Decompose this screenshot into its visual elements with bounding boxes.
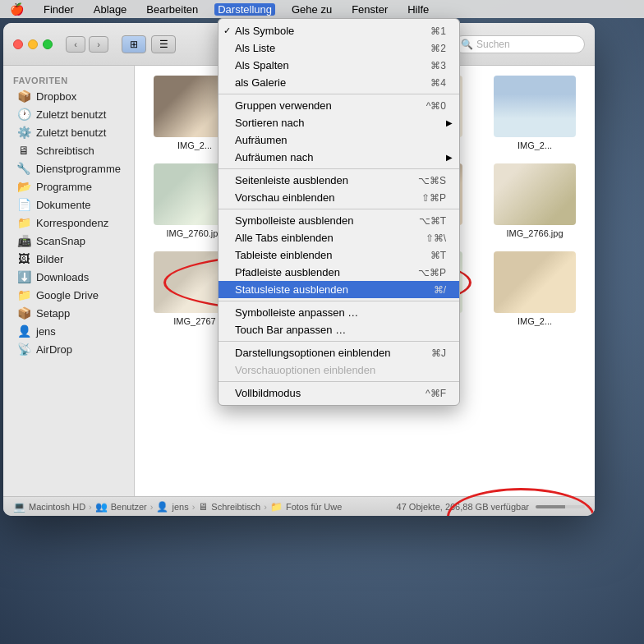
- menu-item-symbolleiste-ausblenden[interactable]: Symbolleiste ausblenden⌥⌘T: [218, 212, 459, 229]
- menubar-hilfe[interactable]: Hilfe: [404, 3, 432, 16]
- menu-item-als-symbole[interactable]: Als Symbole⌘1: [218, 22, 459, 39]
- folder-icon: 📁: [270, 501, 283, 513]
- menu-item-vollbildmodus[interactable]: Vollbildmodus^⌘F: [218, 384, 459, 402]
- sidebar-item-recent1[interactable]: 🕐 Zuletzt benutzt: [7, 105, 131, 123]
- airdrop-icon: 📡: [16, 343, 31, 356]
- file-name: IMG_2...: [518, 140, 552, 150]
- menubar-bearbeiten[interactable]: Bearbeiten: [143, 3, 201, 16]
- minimize-button[interactable]: [28, 39, 38, 49]
- menu-item-als-galerie[interactable]: als Galerie⌘4: [218, 74, 459, 91]
- menu-separator: [218, 301, 459, 301]
- menubar-gehe-zu[interactable]: Gehe zu: [288, 3, 335, 16]
- menu-item-aufr-umen[interactable]: Aufräumen: [218, 131, 459, 149]
- sidebar-item-apps[interactable]: 📂 Programme: [7, 177, 131, 196]
- sidebar-section-title: Favoriten: [3, 72, 134, 87]
- sidebar-item-scansnap[interactable]: 📠 ScanSnap: [7, 232, 131, 250]
- sidebar-item-airdrop[interactable]: 📡 AirDrop: [7, 340, 131, 358]
- menu-item-label: Vollbildmodus: [235, 387, 301, 399]
- menu-item-als-liste[interactable]: Als Liste⌘2: [218, 39, 459, 57]
- zoom-slider[interactable]: [536, 505, 585, 508]
- setapp-icon: 📦: [16, 306, 31, 320]
- menu-item-darstellungsoptionen-einblenden[interactable]: Darstellungsoptionen einblenden⌘J: [218, 344, 459, 361]
- file-thumbnail-image: [494, 76, 576, 137]
- sidebar-item-desktop[interactable]: 🖥 Schreibtisch: [7, 141, 131, 159]
- menu-item-tableiste-einblenden[interactable]: Tableiste einblenden⌘T: [218, 246, 459, 264]
- menu-item-vorschau-einblenden[interactable]: Vorschau einblenden⇧⌘P: [218, 189, 459, 206]
- sidebar-item-setapp[interactable]: 📦 Setapp: [7, 304, 131, 322]
- menu-item-alle-tabs-einblenden[interactable]: Alle Tabs einblenden⇧⌘\: [218, 229, 459, 246]
- close-button[interactable]: [13, 39, 23, 49]
- menubar-fenster[interactable]: Fenster: [348, 3, 391, 16]
- menu-item-gruppen-verwenden[interactable]: Gruppen verwenden^⌘0: [218, 97, 459, 114]
- breadcrumb-schreibtisch: Schreibtisch: [211, 502, 260, 512]
- file-item[interactable]: IMG_2...: [485, 76, 585, 150]
- hd-icon: 💻: [13, 501, 25, 513]
- sidebar-item-jens[interactable]: 👤 jens: [7, 322, 131, 340]
- sep2: ›: [150, 502, 154, 512]
- file-thumbnail-image: [494, 163, 576, 225]
- menu-item-touch-bar-anpassen--[interactable]: Touch Bar anpassen …: [218, 321, 459, 338]
- menu-item-vorschauoptionen-einblenden: Vorschauoptionen einblenden: [218, 361, 459, 379]
- file-item[interactable]: IMG_2...: [485, 251, 585, 326]
- menu-item-label: Symbolleiste ausblenden: [235, 214, 354, 227]
- sep1: ›: [89, 502, 92, 512]
- menubar: 🍎 Finder Ablage Bearbeiten Darstellung G…: [0, 0, 644, 18]
- menu-item-shortcut: ⇧⌘P: [405, 192, 446, 204]
- menu-item-shortcut: ⌘1: [414, 25, 446, 37]
- apple-menu[interactable]: 🍎: [7, 2, 27, 16]
- menu-item-shortcut: ⌥⌘T: [402, 215, 446, 227]
- sidebar-item-downloads[interactable]: ⬇️ Downloads: [7, 268, 131, 286]
- menubar-ablage[interactable]: Ablage: [90, 3, 130, 16]
- menu-item-label: Alle Tabs einblenden: [235, 232, 334, 244]
- menu-item-pfadleiste-ausblenden[interactable]: Pfadleiste ausblenden⌥⌘P: [218, 264, 459, 281]
- menu-item-seitenleiste-ausblenden[interactable]: Seitenleiste ausblenden⌥⌘S: [218, 172, 459, 189]
- sidebar-label-jens: jens: [36, 325, 56, 338]
- maximize-button[interactable]: [43, 39, 53, 49]
- breadcrumb-jens: jens: [172, 502, 188, 512]
- menu-item-label: Statusleiste ausblenden: [235, 283, 348, 296]
- back-button[interactable]: ‹: [66, 36, 85, 53]
- sidebar-item-googledrive[interactable]: 📁 Google Drive: [7, 286, 131, 304]
- sidebar-item-bilder[interactable]: 🖼 Bilder: [7, 250, 131, 268]
- sidebar-label-utilities: Dienstprogramme: [36, 163, 121, 175]
- breadcrumb-benutzer: Benutzer: [111, 502, 147, 512]
- icon-view-button[interactable]: ⊞: [122, 35, 146, 53]
- sidebar-item-dropbox[interactable]: 📦 Dropbox: [7, 87, 131, 105]
- sidebar-item-docs[interactable]: 📄 Dokumente: [7, 196, 131, 214]
- sep4: ›: [264, 502, 267, 512]
- menu-item-sortieren-nach[interactable]: Sortieren nach: [218, 114, 459, 131]
- docs-icon: 📄: [16, 198, 31, 211]
- menu-item-statusleiste-ausblenden[interactable]: Statusleiste ausblenden⌘/: [218, 281, 459, 298]
- sidebar-label-airdrop: AirDrop: [36, 343, 72, 356]
- sidebar-item-recent2[interactable]: ⚙️ Zuletzt benutzt: [7, 123, 131, 141]
- sidebar: Favoriten 📦 Dropbox 🕐 Zuletzt benutzt ⚙️…: [3, 66, 135, 496]
- menu-item-label: Aufräumen: [235, 134, 288, 146]
- menu-item-label: Als Liste: [235, 42, 275, 54]
- search-icon: 🔍: [461, 39, 473, 50]
- file-name: IMG_2760.jpg: [166, 228, 223, 238]
- user-icon: 👤: [16, 324, 31, 338]
- menu-item-label: Sortieren nach: [235, 117, 305, 129]
- sidebar-label-scansnap: ScanSnap: [36, 235, 85, 247]
- list-view-button[interactable]: ☰: [151, 35, 176, 53]
- menu-item-shortcut: ⌘4: [414, 77, 446, 89]
- menu-item-shortcut: ^⌘F: [409, 388, 446, 399]
- file-item[interactable]: IMG_2766.jpg: [485, 163, 585, 238]
- menubar-finder[interactable]: Finder: [40, 3, 77, 16]
- breadcrumb: 💻 Macintosh HD › 👥 Benutzer › 👤 jens › 🖥…: [13, 501, 390, 513]
- menu-item-aufr-umen-nach[interactable]: Aufräumen nach: [218, 149, 459, 166]
- sidebar-item-korrespondenz[interactable]: 📁 Korrespondenz: [7, 214, 131, 232]
- bilder-icon: 🖼: [16, 252, 31, 265]
- sidebar-item-utilities[interactable]: 🔧 Dienstprogramme: [7, 159, 131, 177]
- search-box[interactable]: 🔍 Suchen: [453, 35, 585, 53]
- benutzer-icon: 👥: [95, 501, 108, 513]
- menu-item-als-spalten[interactable]: Als Spalten⌘3: [218, 57, 459, 74]
- menu-item-symbolleiste-anpassen--[interactable]: Symbolleiste anpassen …: [218, 304, 459, 321]
- sidebar-label-downloads: Downloads: [36, 271, 89, 283]
- menubar-darstellung[interactable]: Darstellung: [214, 3, 275, 16]
- forward-button[interactable]: ›: [89, 36, 108, 53]
- apps-icon: 📂: [16, 180, 31, 193]
- menu-item-label: Darstellungsoptionen einblenden: [235, 347, 390, 359]
- file-thumbnail: [494, 163, 576, 225]
- view-buttons: ⊞ ☰: [122, 35, 176, 53]
